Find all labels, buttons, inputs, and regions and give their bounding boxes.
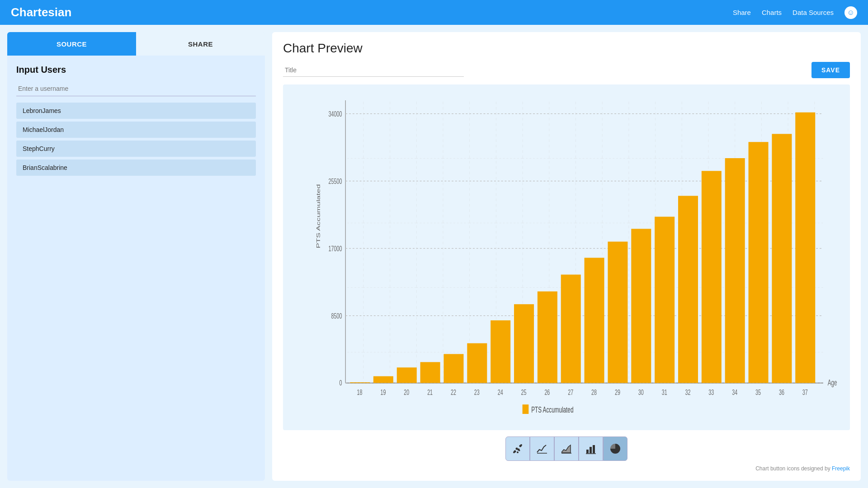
svg-rect-32 <box>702 171 722 383</box>
svg-rect-17 <box>350 382 370 383</box>
main-content: SOURCE SHARE Input Users LebronJames Mic… <box>0 25 868 488</box>
svg-rect-34 <box>749 142 769 383</box>
svg-rect-26 <box>561 275 581 383</box>
area-chart-btn[interactable] <box>554 436 579 461</box>
chart-title-input[interactable] <box>283 64 464 77</box>
svg-text:29: 29 <box>615 388 620 397</box>
svg-text:21: 21 <box>427 388 433 397</box>
title-row: SAVE <box>283 62 850 78</box>
svg-point-64 <box>513 451 515 453</box>
svg-text:25: 25 <box>521 388 527 397</box>
svg-text:33: 33 <box>708 388 714 397</box>
svg-rect-36 <box>795 113 815 383</box>
svg-text:34: 34 <box>732 388 737 397</box>
nav-share[interactable]: Share <box>733 9 751 16</box>
username-input[interactable] <box>16 81 256 96</box>
svg-rect-31 <box>678 196 698 383</box>
pie-chart-btn[interactable] <box>603 436 627 461</box>
line-chart-btn[interactable] <box>530 436 554 461</box>
svg-rect-35 <box>772 134 792 383</box>
save-button[interactable]: SAVE <box>811 62 850 78</box>
user-avatar[interactable]: ☺ <box>844 6 857 19</box>
app-logo: Chartesian <box>11 5 71 19</box>
svg-rect-29 <box>631 229 651 383</box>
footer-credit: Chart button icons designed by Freepik <box>283 465 850 472</box>
svg-text:32: 32 <box>685 388 691 397</box>
svg-text:28: 28 <box>591 388 597 397</box>
svg-rect-33 <box>725 158 745 383</box>
svg-text:17000: 17000 <box>329 244 342 253</box>
left-panel: SOURCE SHARE Input Users LebronJames Mic… <box>7 32 265 481</box>
svg-rect-24 <box>514 304 534 383</box>
header-nav: Share Charts Data Sources ☺ <box>733 6 857 19</box>
list-item[interactable]: StephCurry <box>16 141 256 157</box>
svg-text:24: 24 <box>498 388 503 397</box>
svg-text:26: 26 <box>544 388 550 397</box>
svg-rect-25 <box>538 291 557 383</box>
svg-text:31: 31 <box>662 388 667 397</box>
svg-text:36: 36 <box>779 388 784 397</box>
svg-text:PTS Accumulated: PTS Accumulated <box>315 184 321 249</box>
chart-type-buttons <box>283 436 850 461</box>
chart-area: PTS Accumulated PTS Accumulated 0 8500 1… <box>283 84 850 430</box>
scatter-chart-btn[interactable] <box>505 436 530 461</box>
tab-source[interactable]: SOURCE <box>7 32 136 56</box>
bar-chart-svg: PTS Accumulated PTS Accumulated 0 8500 1… <box>310 94 841 417</box>
svg-rect-30 <box>655 217 675 383</box>
svg-rect-21 <box>443 354 463 383</box>
nav-charts[interactable]: Charts <box>762 9 782 16</box>
svg-point-65 <box>520 444 522 446</box>
svg-rect-18 <box>373 376 393 383</box>
right-panel: Chart Preview SAVE <box>272 32 861 481</box>
chart-preview-heading: Chart Preview <box>283 41 850 56</box>
list-item[interactable]: MichaelJordan <box>16 122 256 138</box>
svg-rect-22 <box>467 343 487 383</box>
left-panel-body: Input Users LebronJames MichaelJordan St… <box>7 56 265 481</box>
svg-rect-19 <box>397 367 417 383</box>
svg-rect-27 <box>585 258 604 383</box>
list-item[interactable]: BrianScalabrine <box>16 160 256 176</box>
section-title: Input Users <box>16 65 256 75</box>
svg-rect-71 <box>590 447 592 453</box>
user-list: LebronJames MichaelJordan StephCurry Bri… <box>16 103 256 176</box>
svg-rect-72 <box>593 445 595 453</box>
svg-text:Age: Age <box>828 378 837 387</box>
svg-text:25500: 25500 <box>329 177 342 185</box>
svg-rect-70 <box>586 450 589 453</box>
svg-text:18: 18 <box>357 388 363 397</box>
app-header: Chartesian Share Charts Data Sources ☺ <box>0 0 868 25</box>
svg-point-66 <box>517 451 519 453</box>
nav-data-sources[interactable]: Data Sources <box>793 9 834 16</box>
svg-text:0: 0 <box>339 379 342 387</box>
svg-text:PTS Accumulated: PTS Accumulated <box>531 405 573 414</box>
svg-text:19: 19 <box>380 388 386 397</box>
svg-text:34000: 34000 <box>329 109 342 118</box>
svg-text:35: 35 <box>755 388 761 397</box>
svg-text:20: 20 <box>404 388 409 397</box>
svg-rect-58 <box>523 404 529 414</box>
svg-text:30: 30 <box>638 388 644 397</box>
svg-point-67 <box>519 450 520 451</box>
svg-text:8500: 8500 <box>331 311 342 320</box>
svg-text:27: 27 <box>568 388 573 397</box>
svg-text:22: 22 <box>451 388 456 397</box>
freepik-link[interactable]: Freepik <box>832 465 850 472</box>
svg-rect-23 <box>491 320 510 383</box>
panel-tabs: SOURCE SHARE <box>7 32 265 56</box>
svg-rect-28 <box>608 242 627 383</box>
svg-text:37: 37 <box>802 388 808 397</box>
svg-rect-20 <box>420 362 440 383</box>
list-item[interactable]: LebronJames <box>16 103 256 119</box>
bar-chart-btn[interactable] <box>579 436 603 461</box>
svg-text:23: 23 <box>474 388 480 397</box>
tab-share[interactable]: SHARE <box>136 32 265 56</box>
